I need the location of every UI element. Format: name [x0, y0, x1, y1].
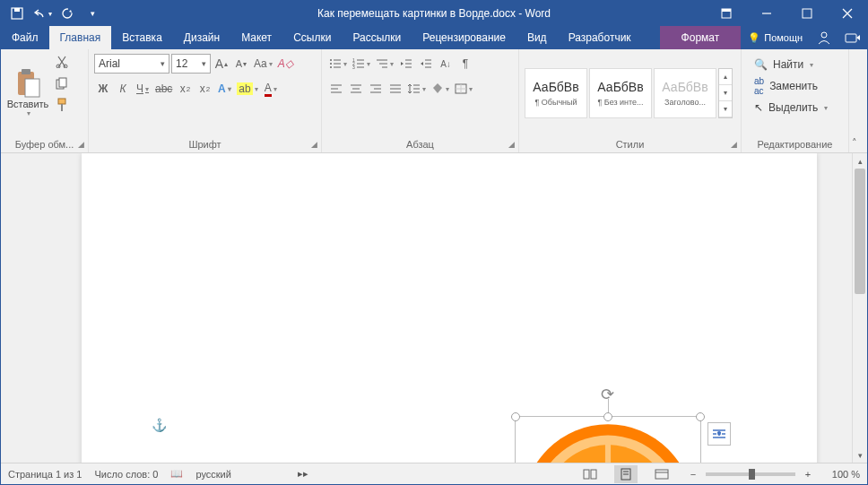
style-no-spacing[interactable]: АаБбВв¶ Без инте... — [589, 68, 652, 118]
line-spacing-button[interactable]: ▾ — [406, 79, 428, 99]
scroll-up-button[interactable]: ▴ — [853, 153, 867, 169]
text-effects-button[interactable]: A▾ — [215, 79, 233, 99]
svg-text:3: 3 — [352, 65, 355, 69]
minimize-button[interactable] — [746, 1, 786, 26]
paragraph-dialog-launcher[interactable]: ◢ — [506, 140, 516, 151]
status-page[interactable]: Страница 1 из 1 — [8, 469, 82, 480]
save-button[interactable] — [6, 4, 28, 23]
tab-insert[interactable]: Вставка — [111, 26, 173, 49]
cut-button[interactable] — [53, 53, 71, 71]
justify-button[interactable] — [386, 79, 404, 99]
style-normal[interactable]: АаБбВв¶ Обычный — [525, 68, 587, 118]
increase-indent-button[interactable] — [417, 54, 435, 74]
subscript-button[interactable]: x2 — [176, 79, 194, 99]
grow-font-button[interactable]: A▴ — [213, 54, 230, 74]
tab-view[interactable]: Вид — [516, 26, 558, 49]
undo-button[interactable]: ▾ — [31, 4, 53, 23]
font-color-button[interactable]: A▾ — [262, 79, 280, 99]
macro-icon[interactable]: ▸▸ — [298, 468, 308, 480]
multilevel-button[interactable]: ▾ — [374, 54, 395, 74]
layout-options-button[interactable] — [707, 422, 731, 446]
paste-button[interactable]: Вставить ▾ — [6, 53, 49, 117]
change-case-button[interactable]: Aa▾ — [252, 54, 274, 74]
styles-dialog-launcher[interactable]: ◢ — [728, 140, 739, 151]
zoom-level[interactable]: 100 % — [820, 469, 860, 480]
align-left-button[interactable] — [327, 79, 345, 99]
rotate-handle[interactable]: ⟳ — [601, 385, 615, 399]
anchor-icon[interactable]: ⚓ — [152, 418, 167, 432]
align-center-button[interactable] — [347, 79, 365, 99]
page[interactable] — [82, 153, 817, 463]
copy-button[interactable] — [53, 74, 71, 92]
handle-ne[interactable] — [696, 412, 705, 421]
bullets-button[interactable]: ▾ — [327, 54, 349, 74]
clear-formatting-button[interactable]: A◇ — [276, 54, 295, 74]
collapse-ribbon-button[interactable]: ˄ — [844, 134, 865, 151]
zoom-slider[interactable] — [706, 472, 795, 476]
print-layout-button[interactable] — [614, 465, 638, 483]
ribbon: Вставить ▾ Буфер обм...◢ Arial▾ 12▾ A▴ A… — [1, 49, 867, 153]
account-button[interactable] — [810, 26, 838, 49]
tab-developer[interactable]: Разработчик — [558, 26, 642, 49]
selection-outline — [515, 416, 701, 463]
scroll-down-button[interactable]: ▾ — [853, 447, 867, 463]
borders-button[interactable]: ▾ — [453, 79, 474, 99]
handle-n[interactable] — [603, 412, 612, 421]
share-button[interactable] — [838, 26, 867, 49]
zoom-in-button[interactable]: + — [801, 469, 815, 480]
read-mode-button[interactable] — [578, 465, 602, 483]
replace-button[interactable]: abacЗаменить — [751, 76, 831, 96]
find-button[interactable]: 🔍Найти▾ — [751, 55, 831, 74]
tab-file[interactable]: Файл — [1, 26, 49, 49]
decrease-indent-button[interactable] — [397, 54, 415, 74]
font-dialog-launcher[interactable]: ◢ — [308, 140, 319, 151]
scroll-thumb[interactable] — [855, 169, 865, 294]
select-button[interactable]: ↖Выделить▾ — [751, 98, 831, 117]
tab-review[interactable]: Рецензирование — [412, 26, 516, 49]
highlight-button[interactable]: ab▾ — [235, 79, 259, 99]
bold-button[interactable]: Ж — [94, 79, 112, 99]
vertical-scrollbar[interactable]: ▴ ▾ — [852, 153, 867, 463]
status-language[interactable]: русский — [195, 469, 230, 480]
tab-design[interactable]: Дизайн — [173, 26, 230, 49]
tab-format[interactable]: Формат — [660, 26, 742, 49]
tell-me[interactable]: 💡Помощн — [741, 26, 810, 49]
format-painter-button[interactable] — [53, 96, 71, 114]
lightbulb-icon: 💡 — [748, 32, 760, 44]
tab-references[interactable]: Ссылки — [282, 26, 342, 49]
tab-mailings[interactable]: Рассылки — [342, 26, 412, 49]
italic-button[interactable]: К — [114, 79, 132, 99]
zoom-out-button[interactable]: − — [686, 469, 700, 480]
selected-image[interactable]: ⟳ — [516, 417, 700, 463]
styles-gallery-spinner[interactable]: ▴▾▾ — [718, 68, 733, 118]
zoom-slider-thumb[interactable] — [749, 469, 755, 480]
group-font: Arial▾ 12▾ A▴ A▾ Aa▾ A◇ Ж К Ч▾ abc x2 x2… — [89, 49, 322, 152]
clipboard-dialog-launcher[interactable]: ◢ — [75, 140, 86, 151]
style-heading1[interactable]: АаБбВвЗаголово... — [654, 68, 716, 118]
sort-button[interactable]: A↓ — [437, 54, 455, 74]
document-area[interactable]: ⚓ ⟳ ▴ ▾ — [1, 153, 867, 463]
status-bar: Страница 1 из 1 Число слов: 0 📖 русский … — [1, 463, 867, 484]
underline-button[interactable]: Ч▾ — [134, 79, 152, 99]
status-words[interactable]: Число слов: 0 — [94, 469, 158, 480]
strikethrough-button[interactable]: abc — [153, 79, 174, 99]
maximize-button[interactable] — [786, 1, 827, 26]
tab-layout[interactable]: Макет — [230, 26, 282, 49]
proofing-icon[interactable]: 📖 — [170, 468, 183, 480]
shading-button[interactable]: ▾ — [430, 79, 451, 99]
show-marks-button[interactable]: ¶ — [456, 54, 474, 74]
ribbon-display-button[interactable] — [706, 1, 746, 26]
qat-customize-button[interactable]: ▾ — [82, 4, 103, 23]
shrink-font-button[interactable]: A▾ — [232, 54, 250, 74]
redo-button[interactable] — [56, 4, 78, 23]
close-button[interactable] — [827, 1, 867, 26]
handle-nw[interactable] — [511, 412, 520, 421]
tab-home[interactable]: Главная — [49, 26, 112, 49]
font-name-combo[interactable]: Arial▾ — [94, 54, 169, 74]
numbering-button[interactable]: 123▾ — [351, 54, 372, 74]
font-size-combo[interactable]: 12▾ — [171, 54, 211, 74]
align-right-button[interactable] — [367, 79, 385, 99]
web-layout-button[interactable] — [650, 465, 673, 483]
group-styles: АаБбВв¶ Обычный АаБбВв¶ Без инте... АаБб… — [519, 49, 742, 152]
superscript-button[interactable]: x2 — [195, 79, 213, 99]
